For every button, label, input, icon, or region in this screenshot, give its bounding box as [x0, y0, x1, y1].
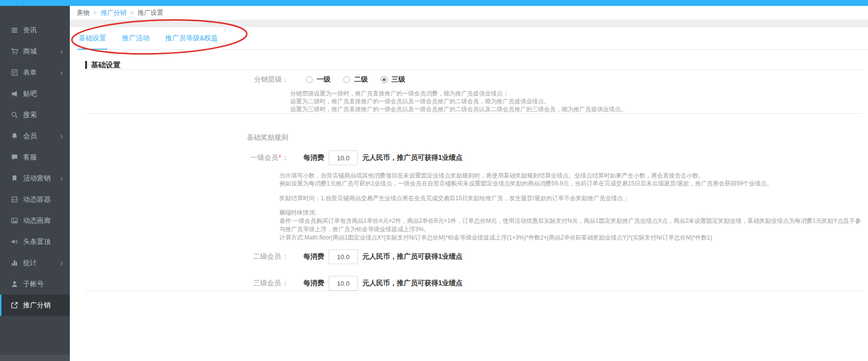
- tab-promoter-level-rights[interactable]: 推广员等级&权益: [164, 27, 219, 49]
- level-help-line: 分销层级设置为一级时，推广员直接推广的一级会员消费，能为推广员提供业绩点；: [290, 90, 863, 97]
- section-title-bar: [85, 61, 87, 69]
- level-radio-3[interactable]: 三级: [381, 75, 405, 84]
- required-asterisk: *: [279, 153, 281, 161]
- chevron-right-icon: ›: [60, 68, 63, 77]
- consume-prefix-text: 每消费: [303, 279, 324, 288]
- divider: [85, 69, 863, 70]
- sidebar-item-label: 商城: [23, 47, 37, 56]
- sidebar-item-label: 活动营销: [23, 174, 51, 183]
- breadcrumb-item: 美物: [77, 8, 90, 17]
- sidebar-item-form[interactable]: 表单›: [0, 62, 70, 83]
- reward-suffix-text: 元人民币，推广员可获得1业绩点: [362, 252, 463, 261]
- reward-help-line: 例如设置为每消费1元推广员可获的1业绩点，一级会员在自营店铺购买未设置固定业绩点…: [279, 180, 863, 187]
- section-title: 基础设置: [85, 60, 863, 69]
- divider: [85, 291, 863, 291]
- tab-basic-settings[interactable]: 基础设置: [78, 27, 107, 49]
- level2-member-row: 二级会员：每消费元人民币，推广员可获得1业绩点: [85, 249, 863, 264]
- sidebar-nav: 资讯商城›表单›贴吧搜索会员›客服活动营销›动态容器动态画廊头条置顶统计›子帐号…: [0, 6, 70, 316]
- page-background-gap: [70, 20, 868, 27]
- sidebar-item-statistics[interactable]: 统计›: [0, 252, 70, 273]
- breadcrumb-separator: >: [93, 9, 97, 16]
- chevron-right-icon: ›: [60, 132, 63, 140]
- tab-promotion-activity[interactable]: 推广活动: [121, 27, 150, 49]
- settings-panel: 基础设置推广活动推广员等级&权益 基础设置 分销层级： 一级二级三级 分销层级设…: [70, 27, 868, 291]
- sidebar-item-dynamic-container[interactable]: 动态容器: [0, 189, 70, 210]
- sidebar-item-headline-top[interactable]: 头条置顶: [0, 231, 70, 252]
- level-radio-2[interactable]: 二级: [343, 75, 368, 84]
- form-icon: [11, 69, 19, 77]
- gallery-icon: [11, 217, 19, 225]
- level3-member-label: 三级会员：: [85, 279, 289, 288]
- level-radio-1[interactable]: 一级: [306, 75, 330, 84]
- level1-member-row: 一级会员*：每消费元人民币，推广员可获得1业绩点: [85, 150, 863, 165]
- level3-member-row: 三级会员：每消费元人民币，推广员可获得1业绩点: [85, 276, 863, 291]
- breadcrumb: 美物>推广分销>推广设置: [70, 6, 868, 20]
- container-icon: [11, 196, 19, 204]
- sidebar-item-label: 头条置顶: [23, 238, 51, 246]
- sidebar-item-label: 资讯: [23, 26, 37, 35]
- sidebar-item-news[interactable]: 资讯: [0, 20, 70, 41]
- level-help-line: 设置为三级时，推广员直接推广的一级会员以及一级会员推广的二级会员以及二级会员推广…: [290, 105, 863, 113]
- sidebar-item-activity-marketing[interactable]: 活动营销›: [0, 168, 70, 189]
- chat-icon: [11, 153, 19, 161]
- extreme-case-title: 极端特殊情况:: [279, 209, 863, 217]
- sidebar-item-member[interactable]: 会员›: [0, 125, 70, 147]
- level2-amount-input[interactable]: [329, 249, 358, 264]
- user-icon: [11, 280, 19, 288]
- sidebar-item-label: 子帐号: [23, 280, 44, 289]
- topbar: [0, 0, 868, 6]
- radio-circle-icon[interactable]: [306, 76, 313, 83]
- bookmark-icon: [11, 175, 19, 182]
- sidebar-item-label: 统计: [23, 259, 37, 268]
- list-icon: [11, 27, 19, 34]
- topbar-divider: [24, 0, 24, 6]
- sidebar: 资讯商城›表单›贴吧搜索会员›客服活动营销›动态容器动态画廊头条置顶统计›子帐号…: [0, 6, 70, 361]
- sidebar-item-sub-account[interactable]: 子帐号: [0, 273, 70, 295]
- chevron-right-icon: ›: [60, 174, 63, 182]
- sidebar-item-dynamic-gallery[interactable]: 动态画廊: [0, 210, 70, 231]
- sidebar-item-label: 搜索: [23, 111, 37, 120]
- sidebar-item-search[interactable]: 搜索: [0, 104, 70, 125]
- settlement-note: 奖励结算时间：1.自营店铺商品交易产生业绩点将在会员完成交易后15日奖励给推广员…: [279, 194, 863, 202]
- sidebar-item-label: 会员: [23, 132, 37, 141]
- sidebar-item-mall[interactable]: 商城›: [0, 41, 70, 62]
- share-icon: [11, 301, 19, 309]
- level1-member-label: 一级会员*：: [85, 153, 289, 162]
- level3-amount-input[interactable]: [329, 276, 358, 291]
- breadcrumb-item: 推广设置: [138, 8, 163, 17]
- tab-content: 基础设置 分销层级： 一级二级三级 分销层级设置为一级时，推广员直接推广的一级会…: [70, 60, 868, 291]
- level-help-line: 设置为二级时，推广员直接推广的一级会员以及一级会员推广的二级会员，能为推广员提供…: [290, 97, 863, 105]
- reward-suffix-text: 元人民币，推广员可获得1业绩点: [362, 153, 463, 162]
- search-icon: [11, 111, 19, 119]
- sidebar-item-label: 动态画廊: [23, 216, 51, 225]
- radio-circle-icon[interactable]: [381, 76, 388, 83]
- reward-suffix-text: 元人民币，推广员可获得1业绩点: [362, 279, 463, 288]
- main-area: 美物>推广分销>推广设置 基础设置推广活动推广员等级&权益 基础设置 分销层级：…: [70, 6, 868, 361]
- chevron-right-icon: ›: [60, 47, 63, 56]
- sidebar-item-customer-service[interactable]: 客服: [0, 147, 70, 168]
- consume-prefix-text: 每消费: [303, 252, 324, 261]
- breadcrumb-separator: >: [130, 9, 134, 16]
- radio-label[interactable]: 三级: [391, 75, 405, 84]
- extreme-case-condition: 条件:一级会员购买订单包含商品1单价A元×2件，商品2单价B元×1件，订单总价M…: [279, 217, 863, 234]
- distribution-level-radio-group: 一级二级三级: [306, 75, 418, 84]
- sidebar-item-promotion-distribution[interactable]: 推广分销: [0, 295, 70, 316]
- reward-help-text: 允许填写小数，自营店铺商品或其他消费项目在未设置固定业绩点奖励规则时，将使用基础…: [279, 172, 863, 187]
- sidebar-footer-strip: [0, 355, 70, 361]
- bell-icon: [11, 132, 19, 140]
- sidebar-item-label: 表单: [23, 68, 37, 77]
- radio-label[interactable]: 一级: [317, 75, 330, 84]
- level1-amount-input[interactable]: [329, 150, 358, 165]
- radio-label[interactable]: 二级: [354, 75, 368, 84]
- sidebar-item-label: 动态容器: [23, 195, 51, 204]
- sidebar-item-label: 推广分销: [23, 301, 51, 310]
- megaphone-icon: [11, 90, 19, 98]
- tab-bar: 基础设置推广活动推广员等级&权益: [70, 27, 868, 50]
- breadcrumb-item[interactable]: 推广分销: [101, 8, 126, 17]
- cart-icon: [11, 48, 19, 56]
- distribution-level-help: 分销层级设置为一级时，推广员直接推广的一级会员消费，能为推广员提供业绩点；设置为…: [290, 90, 863, 113]
- distribution-level-label: 分销层级：: [85, 75, 289, 84]
- reward-help-line: 允许填写小数，自营店铺商品或其他消费项目在未设置固定业绩点奖励规则时，将使用基础…: [279, 172, 863, 180]
- sidebar-item-tieba[interactable]: 贴吧: [0, 83, 70, 104]
- radio-circle-icon[interactable]: [343, 76, 350, 83]
